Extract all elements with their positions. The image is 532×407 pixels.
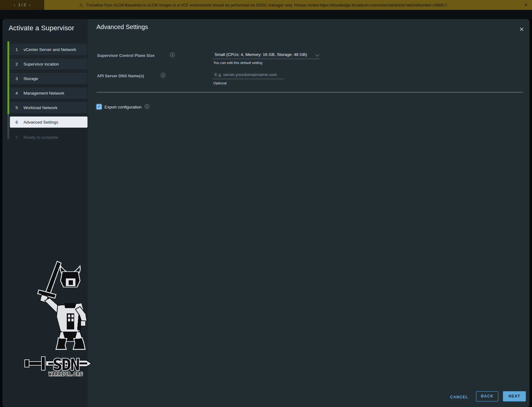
banner-next-icon[interactable]: › <box>29 0 31 10</box>
back-button[interactable]: BACK <box>476 391 498 401</box>
activate-supervisor-modal: Activate a Supervisor 1 vCenter Server a… <box>2 19 530 407</box>
warning-triangle-icon: ⚠ <box>79 3 83 7</box>
export-configuration-label: Export configuration <box>104 105 142 109</box>
info-icon[interactable]: i <box>161 73 165 78</box>
cancel-button[interactable]: CANCEL <box>448 393 471 401</box>
next-button[interactable]: NEXT <box>503 391 526 401</box>
export-configuration-checkbox[interactable]: ✓ <box>96 104 102 109</box>
info-icon[interactable]: i <box>145 104 149 109</box>
api-dns-label: API Server DNS Name(s) <box>97 74 144 78</box>
info-icon[interactable]: i <box>170 53 175 57</box>
dns-helper: Optional <box>213 81 227 85</box>
banner-prev-icon[interactable]: ‹ <box>14 0 15 10</box>
api-dns-input[interactable] <box>212 70 284 79</box>
banner-pagination: ‹ 1 / 2 › <box>0 0 44 10</box>
control-plane-size-label: Supervisor Control Plane Size <box>97 53 155 58</box>
banner-close-icon[interactable]: ✕ <box>524 0 528 10</box>
control-plane-helper: You can edit this default setting <box>213 61 262 65</box>
banner-message: Transition from vLCM Baselines to vLCM I… <box>86 3 448 7</box>
section-divider <box>96 92 523 92</box>
control-plane-size-select[interactable]: Small (CPUs: 4, Memory: 16 GB, Storage: … <box>215 52 307 57</box>
advanced-settings-panel: Advanced Settings ✕ Supervisor Control P… <box>2 19 530 407</box>
chevron-down-icon[interactable] <box>315 53 319 57</box>
select-underline <box>212 59 320 59</box>
app-header-dimmed <box>0 10 532 19</box>
panel-title: Advanced Settings <box>96 23 148 31</box>
warning-banner: ‹ 1 / 2 › ⚠ Transition from vLCM Baselin… <box>0 0 532 10</box>
banner-page-count: 1 / 2 <box>18 3 26 7</box>
panel-close-icon[interactable]: ✕ <box>519 26 524 33</box>
